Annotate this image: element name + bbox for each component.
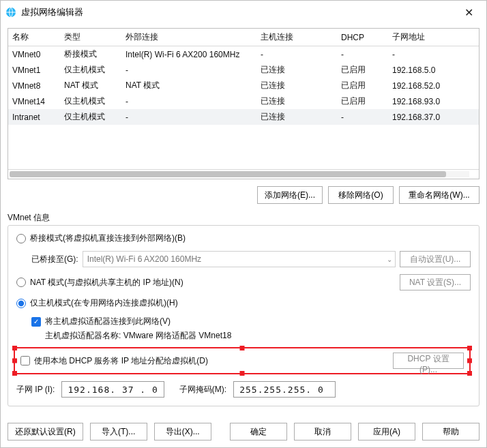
- table-header-row: 名称 类型 外部连接 主机连接 DHCP 子网地址: [8, 29, 479, 46]
- chevron-down-icon: ⌄: [387, 256, 392, 263]
- connect-host-adapter-checkbox[interactable]: [31, 317, 41, 327]
- col-subnet[interactable]: 子网地址: [388, 29, 479, 46]
- subnet-mask-label: 子网掩码(M):: [179, 384, 226, 395]
- col-host[interactable]: 主机连接: [256, 29, 337, 46]
- bridged-to-label: 已桥接至(G):: [31, 254, 78, 265]
- nat-settings-button[interactable]: NAT 设置(S)...: [400, 274, 471, 290]
- table-row[interactable]: VMnet0桥接模式Intel(R) Wi-Fi 6 AX200 160MHz-…: [8, 46, 479, 62]
- cell-type: NAT 模式: [60, 78, 121, 93]
- cell-subnet: -: [388, 46, 479, 62]
- col-dhcp[interactable]: DHCP: [337, 29, 388, 46]
- cell-name: VMnet8: [8, 78, 60, 93]
- cell-type: 仅主机模式: [60, 62, 121, 78]
- bridged-adapter-combo[interactable]: Intel(R) Wi-Fi 6 AX200 160MHz ⌄: [83, 251, 396, 267]
- col-ext[interactable]: 外部连接: [121, 29, 256, 46]
- auto-settings-button[interactable]: 自动设置(U)...: [400, 251, 471, 267]
- apply-button[interactable]: 应用(A): [358, 423, 415, 440]
- cell-dhcp: -: [337, 46, 388, 62]
- cell-ext: NAT 模式: [121, 78, 256, 93]
- cancel-button[interactable]: 取消: [294, 423, 351, 440]
- cell-type: 桥接模式: [60, 46, 121, 62]
- close-icon[interactable]: ✕: [455, 6, 482, 19]
- cell-name: VMnet0: [8, 46, 60, 62]
- use-local-dhcp-label: 使用本地 DHCP 服务将 IP 地址分配给虚拟机(D): [34, 355, 208, 367]
- cell-ext: -: [121, 62, 256, 78]
- cell-name: VMnet14: [8, 93, 60, 109]
- cell-host: 已连接: [256, 93, 337, 109]
- hostonly-label: 仅主机模式(在专用网络内连接虚拟机)(H): [30, 297, 178, 309]
- cell-ext: -: [121, 93, 256, 109]
- cell-type: 仅主机模式: [60, 109, 121, 125]
- hostonly-radio[interactable]: [16, 299, 26, 308]
- subnet-ip-label: 子网 IP (I):: [16, 384, 55, 395]
- subnet-mask-input[interactable]: 255.255.255. 0: [233, 381, 336, 398]
- bridged-label: 桥接模式(将虚拟机直接连接到外部网络)(B): [30, 233, 186, 244]
- window-title: 虚拟网络编辑器: [21, 6, 455, 18]
- bridged-radio[interactable]: [16, 234, 26, 243]
- vmnet-info-title: VMnet 信息: [8, 212, 479, 224]
- table-row[interactable]: VMnet1仅主机模式-已连接已启用192.168.5.0: [8, 62, 479, 78]
- cell-host: 已连接: [256, 109, 337, 125]
- network-table: 名称 类型 外部连接 主机连接 DHCP 子网地址 VMnet0桥接模式Inte…: [8, 28, 479, 179]
- cell-subnet: 192.168.37.0: [388, 109, 479, 125]
- cell-dhcp: 已启用: [337, 62, 388, 78]
- help-button[interactable]: 帮助: [422, 423, 479, 440]
- nat-radio[interactable]: [16, 278, 26, 287]
- bottom-button-bar: 还原默认设置(R) 导入(T)... 导出(X)... 确定 取消 应用(A) …: [1, 417, 486, 447]
- horizontal-scrollbar[interactable]: [8, 169, 479, 179]
- cell-subnet: 192.168.52.0: [388, 78, 479, 93]
- cell-host: 已连接: [256, 62, 337, 78]
- cell-host: -: [256, 46, 337, 62]
- dhcp-highlight-box: 使用本地 DHCP 服务将 IP 地址分配给虚拟机(D) DHCP 设置(P).…: [14, 347, 471, 374]
- table-row[interactable]: Intranet仅主机模式-已连接-192.168.37.0: [8, 109, 479, 125]
- titlebar: 虚拟网络编辑器 ✕: [1, 1, 486, 24]
- cell-subnet: 192.168.5.0: [388, 62, 479, 78]
- table-row[interactable]: VMnet8NAT 模式NAT 模式已连接已启用192.168.52.0: [8, 78, 479, 93]
- add-network-button[interactable]: 添加网络(E)...: [257, 186, 323, 204]
- table-row[interactable]: VMnet14仅主机模式-已连接已启用192.168.93.0: [8, 93, 479, 109]
- connect-host-adapter-label: 将主机虚拟适配器连接到此网络(V): [45, 316, 171, 327]
- use-local-dhcp-checkbox[interactable]: [20, 356, 30, 365]
- vmnet-info-panel: 桥接模式(将虚拟机直接连接到外部网络)(B) 已桥接至(G): Intel(R)…: [8, 225, 479, 406]
- restore-defaults-button[interactable]: 还原默认设置(R): [8, 423, 83, 440]
- cell-ext: -: [121, 109, 256, 125]
- cell-host: 已连接: [256, 78, 337, 93]
- cell-type: 仅主机模式: [60, 93, 121, 109]
- host-adapter-name: 主机虚拟适配器名称: VMware 网络适配器 VMnet18: [45, 330, 471, 342]
- dhcp-settings-button[interactable]: DHCP 设置(P)...: [393, 353, 464, 369]
- bridged-adapter-value: Intel(R) Wi-Fi 6 AX200 160MHz: [87, 254, 201, 264]
- cell-subnet: 192.168.93.0: [388, 93, 479, 109]
- remove-network-button[interactable]: 移除网络(O): [328, 186, 394, 204]
- rename-network-button[interactable]: 重命名网络(W)...: [399, 186, 479, 204]
- subnet-ip-input[interactable]: 192.168. 37 . 0: [61, 381, 164, 398]
- app-icon: [5, 6, 17, 18]
- cell-ext: Intel(R) Wi-Fi 6 AX200 160MHz: [121, 46, 256, 62]
- export-button[interactable]: 导出(X)...: [154, 423, 211, 440]
- cell-dhcp: 已启用: [337, 78, 388, 93]
- import-button[interactable]: 导入(T)...: [90, 423, 147, 440]
- col-type[interactable]: 类型: [60, 29, 121, 46]
- cell-name: Intranet: [8, 109, 60, 125]
- cell-dhcp: 已启用: [337, 93, 388, 109]
- cell-dhcp: -: [337, 109, 388, 125]
- ok-button[interactable]: 确定: [230, 423, 287, 440]
- nat-label: NAT 模式(与虚拟机共享主机的 IP 地址)(N): [30, 277, 183, 288]
- cell-name: VMnet1: [8, 62, 60, 78]
- vmware-virtual-network-editor: 虚拟网络编辑器 ✕ 名称 类型 外部连接 主机连接 DHCP 子网地址 VM: [0, 0, 487, 448]
- col-name[interactable]: 名称: [8, 29, 60, 46]
